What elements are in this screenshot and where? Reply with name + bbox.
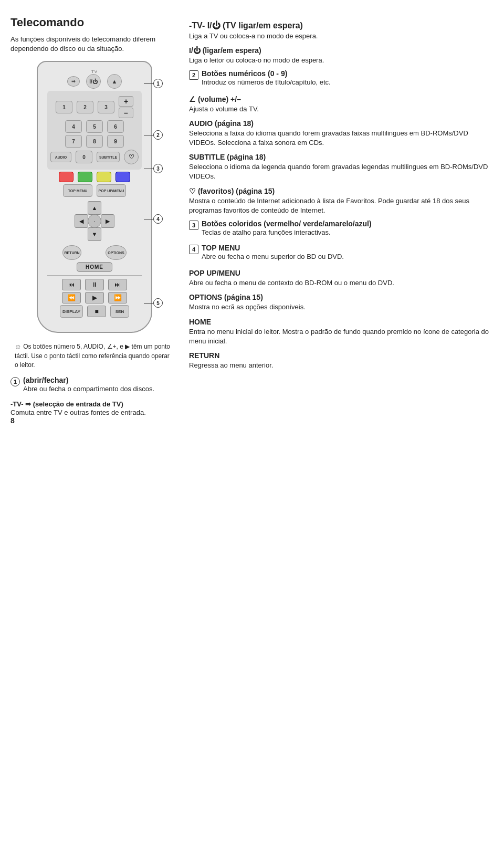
volume-title: ∠ (volume) +/– [189, 95, 494, 103]
colored-title: Botões coloridos (vermelho/ verde/amarel… [202, 219, 372, 228]
home-title: HOME [189, 318, 494, 326]
annot-5: 5 [153, 298, 163, 308]
tv-label: TV [47, 69, 142, 74]
num8-btn[interactable]: 8 [86, 135, 103, 148]
yellow-btn[interactable] [97, 172, 111, 182]
audio-body: Selecciona a faixa do idioma quando fore… [189, 129, 494, 148]
nav-up-btn[interactable]: ▲ [88, 201, 101, 215]
numeric-title: Botões numéricos (0 - 9) [202, 69, 287, 78]
minus-btn[interactable]: – [119, 108, 133, 118]
favorites-body: Mostra o conteúdo de Internet adicionado… [189, 196, 494, 215]
power-btn[interactable]: I/⏻ [86, 74, 101, 89]
popup-title: POP UP/MENU [189, 269, 494, 277]
topmenu-title: TOP MENU [202, 244, 240, 252]
next-btn[interactable]: ⏭ [108, 279, 127, 290]
home-body: Entra no menu inicial do leitor. Mostra … [189, 327, 494, 346]
page-number: 8 [10, 416, 15, 425]
note-text: Os botões número 5, AUDIO, ∠+, e ▶ têm u… [15, 343, 170, 368]
sen-btn[interactable]: SEN [110, 305, 129, 318]
numeric-body: Introduz os números de título/capítulo, … [202, 78, 331, 87]
stop-btn[interactable]: ■ [87, 306, 106, 317]
return-title: RETURN [189, 351, 494, 360]
rewind-btn[interactable]: ⏪ [62, 292, 81, 303]
num7-btn[interactable]: 7 [65, 135, 82, 148]
options-title: OPTIONS (página 15) [189, 293, 494, 301]
standby-body: Liga o leitor ou coloca-o no modo de esp… [189, 56, 494, 65]
num3-btn[interactable]: 3 [98, 101, 114, 113]
nav-down-btn[interactable]: ▼ [88, 227, 101, 241]
item-1: 1 (abrir/fechar) Abre ou fecha o compart… [10, 376, 178, 396]
nav-left-btn[interactable]: ◀ [75, 214, 88, 228]
subtitle-btn[interactable]: SUBTITLE [97, 152, 120, 162]
red-btn[interactable] [59, 172, 74, 182]
nav-cross: ▲ ▼ ◀ ▶ · [74, 200, 116, 242]
intro-text: As funções disponíveis do telecomando di… [10, 35, 178, 54]
right-column: -TV- I/⏻ (TV ligar/em espera) Liga a TV … [189, 16, 494, 420]
ff-btn[interactable]: ⏩ [108, 292, 127, 303]
volume-btns: + – [119, 96, 133, 118]
item1-body: Abre ou fecha o compartimento dos discos… [23, 384, 154, 394]
home-btn[interactable]: HOME [77, 262, 112, 272]
return-body: Regressa ao menu anterior. [189, 361, 494, 370]
item1-badge: 1 [10, 377, 20, 386]
plus-btn[interactable]: + [119, 96, 133, 107]
note-section: ☼ Os botões número 5, AUDIO, ∠+, e ▶ têm… [10, 341, 178, 369]
audio-btn[interactable]: AUDIO [50, 152, 71, 162]
num6-btn[interactable]: 6 [107, 120, 124, 133]
nav-enter-btn[interactable]: · [88, 214, 101, 228]
subtitle-body: Selecciona o idioma da legenda quando fo… [189, 162, 494, 181]
num4-btn[interactable]: 4 [65, 120, 82, 133]
numpad-section: 1 2 3 + – 4 5 6 7 [47, 91, 142, 170]
topmenu-item: 4 TOP MENU Abre ou fecha o menu superior… [189, 244, 494, 264]
green-btn[interactable] [78, 172, 92, 182]
options-btn[interactable]: OPTIONS [106, 245, 127, 260]
num1-btn[interactable]: 1 [56, 101, 72, 113]
remote-control: TV ⇒ I/⏻ ▲ 1 1 2 3 [37, 61, 152, 333]
note-icon: ☼ [15, 342, 22, 350]
display-btn[interactable]: DISPLAY [60, 305, 83, 318]
audio-title: AUDIO (página 18) [189, 119, 494, 128]
standby-title: I/⏻ (ligar/em espera) [189, 46, 494, 55]
popup-body: Abre ou fecha o menu de contexto do BD-R… [189, 278, 494, 288]
numeric-item: 2 Botões numéricos (0 - 9) Introduz os n… [189, 69, 494, 89]
tv-power-body: Liga a TV ou coloca-a no modo de espera. [189, 32, 494, 41]
volume-body: Ajusta o volume da TV. [189, 104, 494, 114]
subtitle-title: SUBTITLE (página 18) [189, 153, 494, 161]
eject-btn[interactable]: ▲ [107, 74, 122, 89]
favorites-title: ♡ (favoritos) (página 15) [189, 187, 494, 195]
item2-title: -TV- ⇒ (selecção de entrada de TV) [10, 400, 178, 408]
colored-badge: 3 [189, 221, 198, 230]
nav-right-btn[interactable]: ▶ [101, 214, 114, 228]
blue-btn[interactable] [116, 172, 130, 182]
pause-btn[interactable]: ⏸ [85, 279, 104, 290]
page-title: Telecomando [10, 16, 178, 29]
play-btn[interactable]: ▶ [85, 292, 104, 303]
prev-btn[interactable]: ⏮ [62, 279, 81, 290]
item1-title: (abrir/fechar) [23, 376, 68, 384]
tv-power-title: -TV- I/⏻ (TV ligar/em espera) [189, 21, 494, 30]
annot-1: 1 [153, 79, 163, 88]
num0-btn[interactable]: 0 [76, 151, 92, 163]
colored-item: 3 Botões coloridos (vermelho/ verde/amar… [189, 219, 494, 239]
topmenu-body: Abre ou fecha o menu superior do BD ou D… [202, 252, 344, 261]
heart-btn[interactable]: ♡ [124, 150, 139, 164]
numeric-badge: 2 [189, 70, 198, 80]
return-btn[interactable]: RETURN [62, 245, 81, 260]
topmenu-badge: 4 [189, 245, 198, 254]
num9-btn[interactable]: 9 [107, 135, 124, 148]
options-body: Mostra no ecrã as opções disponíveis. [189, 302, 494, 312]
item2-body: Comuta entre TV e outras fontes de entra… [10, 408, 178, 417]
annot-3: 3 [153, 164, 163, 173]
tv-input-btn[interactable]: ⇒ [67, 76, 80, 87]
annot-4: 4 [153, 214, 163, 224]
item-2: -TV- ⇒ (selecção de entrada de TV) Comut… [10, 400, 178, 417]
pop-up-menu-btn[interactable]: POP UP/MENU [97, 184, 126, 197]
top-menu-btn[interactable]: TOP MENU [63, 184, 92, 197]
num2-btn[interactable]: 2 [77, 101, 93, 113]
annot-2: 2 [153, 130, 163, 140]
num5-btn[interactable]: 5 [86, 120, 103, 133]
colored-body: Teclas de atalho para funções interactiv… [202, 228, 372, 237]
